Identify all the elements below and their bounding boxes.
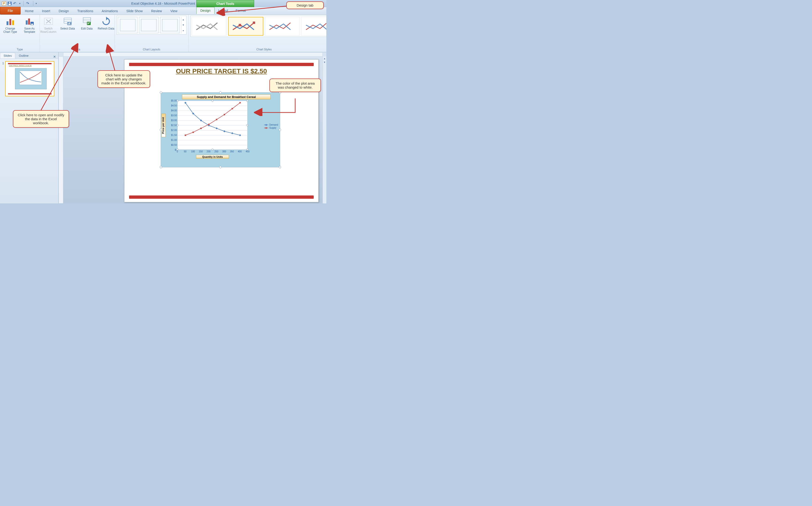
left-tab-outline[interactable]: Outline — [15, 53, 32, 59]
layout-option-2[interactable] — [139, 17, 159, 33]
plot-handle-ml[interactable] — [177, 124, 179, 126]
context-tab-design[interactable]: Design — [196, 7, 215, 14]
ytick-6: $2.00 — [171, 129, 177, 132]
svg-rect-4 — [9, 19, 11, 25]
selection-handle-mr[interactable] — [279, 129, 281, 131]
callout-plot-text: The color of the plot area was changed t… — [276, 81, 315, 89]
select-data-icon — [63, 17, 72, 26]
tab-animations[interactable]: Animations — [97, 7, 122, 14]
tab-transitions[interactable]: Transitions — [73, 7, 97, 14]
chart-styles-gallery[interactable] — [191, 16, 326, 37]
style-option-2-selected[interactable] — [228, 17, 263, 35]
plot-handle-tr[interactable] — [246, 100, 248, 102]
x-axis-ticks: 0 50 100 150 200 250 300 350 400 450 — [177, 150, 247, 154]
plot-handle-tl[interactable] — [177, 100, 179, 102]
callout-refresh-data: Click here to update the chart with any … — [97, 70, 150, 88]
edit-data-label: Edit Data — [81, 27, 93, 30]
chart-y-axis-label[interactable]: Price per Unit — [162, 114, 166, 137]
svg-rect-47 — [200, 128, 202, 129]
left-pane-tabs: Slides Outline ✕ — [0, 52, 58, 59]
callout-plot-area: The color of the plot area was changed t… — [270, 79, 321, 92]
tab-slideshow[interactable]: Slide Show — [122, 7, 147, 14]
xtick-0: 0 — [177, 150, 178, 153]
style-option-4[interactable] — [301, 17, 326, 35]
selection-handle-bm[interactable] — [219, 166, 222, 168]
thumb-title: OUR PRICE TARGET IS $2.50 — [9, 65, 50, 67]
left-tab-slides[interactable]: Slides — [0, 53, 15, 59]
context-tab-format[interactable]: Format — [232, 7, 250, 14]
save-as-template-icon — [25, 17, 34, 26]
slide-thumbnail-1[interactable]: 1 OUR PRICE TARGET IS $2.50 — [5, 61, 55, 96]
tab-review[interactable]: Review — [147, 7, 166, 14]
save-icon[interactable] — [7, 1, 12, 6]
svg-rect-23 — [239, 24, 241, 26]
y-axis-ticks: $5.00 $4.50 $4.00 $3.50 $3.00 $2.50 $2.0… — [168, 100, 177, 150]
select-data-button[interactable]: Select Data — [59, 16, 76, 30]
undo-icon[interactable]: ↶ — [13, 1, 18, 6]
selection-handle-br[interactable] — [279, 166, 281, 168]
scroll-up-icon[interactable]: ▲ — [323, 57, 326, 60]
legend-supply[interactable]: Supply — [264, 126, 278, 129]
slide-headline[interactable]: OUR PRICE TARGET IS $2.50 — [124, 68, 318, 75]
ytick-3: $3.50 — [171, 114, 177, 117]
layout-option-3[interactable] — [160, 17, 180, 33]
layouts-scroll-up-icon[interactable]: ▲ — [181, 17, 185, 22]
svg-rect-17 — [71, 24, 71, 25]
save-as-template-button[interactable]: Save As Template — [21, 16, 38, 33]
plot-handle-bm[interactable] — [212, 149, 213, 151]
plot-handle-bl[interactable] — [177, 149, 179, 151]
chart-legend[interactable]: Demand Supply — [264, 123, 278, 130]
file-tab[interactable]: File — [0, 7, 21, 14]
style-option-3[interactable] — [265, 17, 300, 35]
ytick-2: $4.00 — [171, 109, 177, 112]
context-tab-layout[interactable]: Layout — [215, 7, 232, 14]
group-label-data: Data — [74, 47, 80, 52]
style-option-1[interactable] — [192, 17, 227, 35]
scroll-down-icon[interactable]: ▼ — [323, 60, 326, 64]
layouts-more-icon[interactable]: ▾ — [181, 28, 185, 33]
redo-icon[interactable]: ↷ — [26, 1, 31, 6]
qat-customize-dropdown-icon[interactable]: ▾ — [35, 2, 37, 5]
chart-title[interactable]: Supply and Demand for Breakfast Cereal — [182, 94, 271, 99]
powerpoint-app-icon[interactable]: P — [2, 1, 6, 6]
callout-edit-text: Click here to open and modify the data i… — [18, 113, 64, 125]
svg-rect-24 — [253, 21, 255, 24]
group-label-type: Type — [17, 47, 23, 52]
tab-view[interactable]: View — [166, 7, 182, 14]
xtick-5: 250 — [214, 150, 218, 153]
chart-x-axis-label[interactable]: Quantity in Units — [196, 155, 229, 159]
tab-home[interactable]: Home — [21, 7, 38, 14]
layouts-scroll[interactable]: ▲ ▼ ▾ — [181, 17, 185, 33]
svg-rect-7 — [28, 18, 30, 25]
layout-option-1[interactable] — [118, 17, 137, 33]
plot-handle-mr[interactable] — [246, 124, 248, 126]
chart-object[interactable]: Supply and Demand for Breakfast Cereal P… — [161, 92, 280, 167]
left-pane-close-icon[interactable]: ✕ — [51, 55, 58, 59]
refresh-data-icon — [101, 17, 111, 26]
layouts-scroll-down-icon[interactable]: ▼ — [181, 22, 185, 28]
undo-dropdown-icon[interactable]: ▾ — [19, 2, 21, 5]
edit-data-icon — [82, 17, 92, 26]
edit-data-button[interactable]: Edit Data — [79, 16, 95, 30]
svg-marker-22 — [106, 17, 108, 20]
refresh-data-button[interactable]: Refresh Data — [98, 16, 115, 30]
plot-handle-br[interactable] — [246, 149, 248, 151]
tab-design[interactable]: Design — [55, 7, 73, 14]
selection-handle-tm[interactable] — [219, 91, 222, 94]
thumb-red-bar-bottom — [8, 93, 52, 94]
vertical-scrollbar[interactable]: ▲ ▼ — [323, 57, 326, 203]
svg-rect-42 — [223, 130, 225, 132]
change-chart-type-button[interactable]: Change Chart Type — [2, 16, 19, 33]
slide-thumbnails[interactable]: 1 OUR PRICE TARGET IS $2.50 — [0, 59, 58, 203]
selection-handle-bl[interactable] — [160, 166, 162, 168]
plot-area[interactable] — [177, 100, 247, 150]
chart-layouts-gallery[interactable]: ▲ ▼ ▾ — [117, 16, 187, 34]
selection-handle-tl[interactable] — [160, 91, 162, 94]
legend-demand[interactable]: Demand — [264, 123, 278, 126]
svg-rect-44 — [239, 134, 241, 136]
refresh-data-label: Refresh Data — [98, 27, 114, 30]
ribbon: Change Chart Type Save As Template Type … — [0, 15, 326, 52]
switch-row-column-button[interactable]: Switch Row/Column — [40, 16, 57, 33]
plot-handle-tm[interactable] — [212, 100, 213, 102]
tab-insert[interactable]: Insert — [38, 7, 55, 14]
